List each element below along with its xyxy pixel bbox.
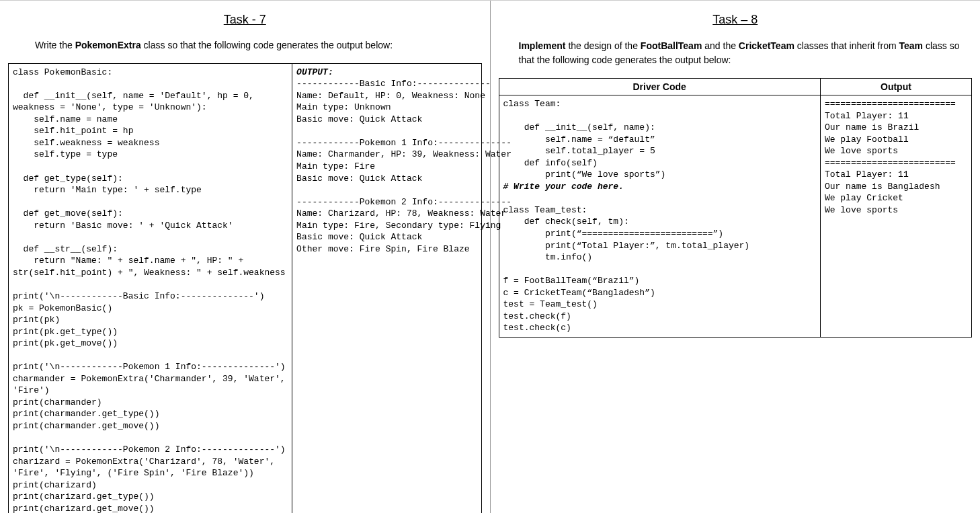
task-7-table: class PokemonBasic: def __init__(self, n… xyxy=(8,63,482,513)
task-7-output: ------------Basic Info:-------------- Na… xyxy=(296,79,512,254)
task-8-code-pre: class Team: def __init__(self, name): se… xyxy=(503,99,666,180)
task-8-code-post: class Team_test: def check(self, tm): pr… xyxy=(503,205,750,333)
task-8-title: Task – 8 xyxy=(499,13,973,27)
task-8-code-comment: # Write your code here. xyxy=(503,182,624,192)
task-7-column: Task - 7 Write the PokemonExtra class so… xyxy=(0,1,491,513)
instr8-t1: the design of the xyxy=(566,40,641,51)
task-8-code-cell: class Team: def __init__(self, name): se… xyxy=(499,95,820,338)
task-7-title: Task - 7 xyxy=(8,13,482,27)
task-7-output-label: OUTPUT: xyxy=(296,67,333,77)
instr7-bold: PokemonExtra xyxy=(75,40,141,50)
task-8-code-block: class Team: def __init__(self, name): se… xyxy=(503,98,816,334)
task-7-code: class PokemonBasic: def __init__(self, n… xyxy=(13,67,288,513)
task-7-output-cell: OUTPUT: ------------Basic Info:---------… xyxy=(292,63,481,513)
task-8-column: Task – 8 Implement the design of the Foo… xyxy=(491,1,981,513)
task-8-instruction: Implement the design of the FootBallTeam… xyxy=(519,39,973,67)
task-8-table: Driver Code Output class Team: def __ini… xyxy=(499,78,973,338)
instr7-pre: Write the xyxy=(35,40,75,50)
task-8-output-cell: ========================= Total Player: … xyxy=(820,95,971,338)
page-container: Task - 7 Write the PokemonExtra class so… xyxy=(0,0,980,513)
instr8-b3: CricketTeam xyxy=(739,40,794,51)
instr7-post: class so that the following code generat… xyxy=(141,40,393,50)
task-7-instruction: Write the PokemonExtra class so that the… xyxy=(35,39,482,52)
task-8-output: ========================= Total Player: … xyxy=(825,98,967,216)
instr8-b4: Team xyxy=(899,40,924,51)
instr8-t3: classes that inherit from xyxy=(794,40,899,51)
task-7-code-cell: class PokemonBasic: def __init__(self, n… xyxy=(9,63,292,513)
task-8-header-right: Output xyxy=(820,79,971,95)
task-8-header-left: Driver Code xyxy=(499,79,820,95)
instr8-b1: Implement xyxy=(519,40,566,51)
instr8-t2: and the xyxy=(702,40,739,51)
task-7-output-block: OUTPUT: ------------Basic Info:---------… xyxy=(296,67,477,255)
instr8-b2: FootBallTeam xyxy=(641,40,702,51)
